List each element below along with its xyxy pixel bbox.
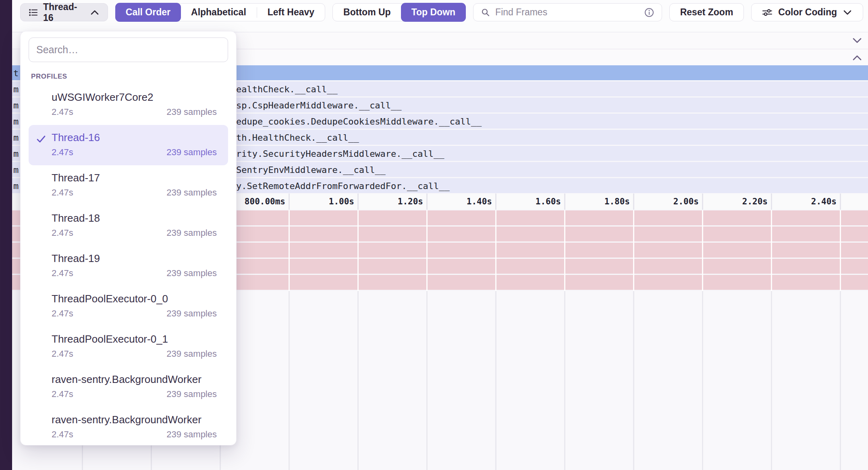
search-icon [481,8,490,17]
frame-text-fragment: m [13,132,19,142]
profile-name: Thread-18 [52,212,217,225]
chevron-down-icon [843,9,852,16]
frame-text: th.HealthCheck.__call__ [236,132,359,142]
profiler-app: Thread-16 Call Order Alphabetical Left H… [0,0,868,470]
toolbar: Thread-16 Call Order Alphabetical Left H… [12,0,868,32]
frame-text-fragment: m [13,181,19,191]
thread-list-icon [29,8,38,17]
frame-text: y.SetRemoteAddrFromForwardedFor.__call__ [236,181,450,191]
profile-item[interactable]: ThreadPoolExecutor-0_1 2.47s 239 samples [29,327,228,367]
left-nav-rail [0,0,12,470]
expand-chevron-down-icon[interactable] [851,37,863,44]
time-tick-label: 2.20s [742,197,768,206]
profile-item[interactable]: raven-sentry.BackgroundWorker 2.47s 239 … [29,367,228,407]
profile-item[interactable]: Thread-18 2.47s 239 samples [29,206,228,246]
thread-selector-label: Thread-16 [43,2,79,23]
profile-samples: 239 samples [166,349,217,359]
profile-item[interactable]: ThreadPoolExecutor-0_0 2.47s 239 samples [29,286,228,327]
frame-text: rity.SecurityHeadersMiddleware.__call__ [236,148,444,158]
profile-duration: 2.47s [52,187,73,198]
time-tick-label: 800.00ms [245,197,285,206]
info-icon[interactable] [644,7,654,18]
profile-name: uWSGIWorker7Core2 [52,91,217,104]
profile-search-input[interactable] [29,37,228,62]
profile-duration: 2.47s [52,429,73,440]
profile-duration: 2.47s [52,107,73,117]
direction-option-bottom-up[interactable]: Bottom Up [333,3,401,21]
find-frames-search [473,3,662,21]
profile-item[interactable]: raven-sentry.BackgroundWorker 2.47s 239 … [29,407,228,447]
frame-text: ealthCheck.__call__ [236,84,338,94]
find-frames-input[interactable] [495,7,639,18]
profile-name: Thread-19 [52,252,217,265]
checkmark-icon [36,134,46,144]
profiles-section-label: PROFILES [31,73,228,81]
color-coding-label: Color Coding [778,7,837,18]
time-tick-label: 1.80s [604,197,630,206]
sliders-icon [762,8,772,17]
order-option-call-order[interactable]: Call Order [115,3,181,22]
time-tick-label: 1.00s [329,197,354,206]
profile-name: Thread-16 [52,131,217,144]
profile-name: raven-sentry.BackgroundWorker [52,373,217,386]
frame-text-fragment: m [13,100,19,110]
time-tick-label: 1.40s [467,197,492,206]
profile-name: ThreadPoolExecutor-0_1 [52,333,217,345]
direction-toggle: Bottom Up Top Down [332,3,466,21]
profile-samples: 239 samples [166,268,217,279]
profile-item[interactable]: Thread-17 2.47s 239 samples [29,165,228,206]
profile-samples: 239 samples [166,308,217,319]
chevron-up-icon [90,9,100,16]
frame-text: edupe_cookies.DedupeCookiesMiddleware.__… [236,116,482,126]
order-option-alphabetical[interactable]: Alphabetical [181,3,257,21]
order-option-left-heavy[interactable]: Left Heavy [257,3,325,21]
thread-dropdown-panel: PROFILES uWSGIWorker7Core2 2.47s 239 sam… [20,31,237,445]
profile-samples: 239 samples [166,389,217,399]
profile-samples: 239 samples [166,147,217,158]
profile-item-selected[interactable]: Thread-16 2.47s 239 samples [29,125,228,165]
time-tick-label: 2.00s [673,197,699,206]
color-coding-button[interactable]: Color Coding [751,3,863,21]
profile-duration: 2.47s [52,268,73,279]
order-toggle: Call Order Alphabetical Left Heavy [115,3,325,21]
frame-text-fragment: m [13,148,19,158]
time-tick-label: 1.60s [536,197,561,206]
profile-samples: 239 samples [166,187,217,198]
thread-selector-button[interactable]: Thread-16 [20,3,108,21]
profile-duration: 2.47s [52,228,73,238]
profile-samples: 239 samples [166,228,217,238]
reset-zoom-button[interactable]: Reset Zoom [669,3,744,21]
profile-item[interactable]: Thread-19 2.47s 239 samples [29,246,228,286]
direction-option-top-down[interactable]: Top Down [401,3,466,22]
profile-duration: 2.47s [52,308,73,319]
frame-text-fragment: m [13,84,19,94]
profile-samples: 239 samples [166,107,217,117]
frame-text: sp.CspHeaderMiddleware.__call__ [236,100,402,110]
time-tick-label: 1.20s [398,197,423,206]
profile-samples: 239 samples [166,429,217,440]
profile-item[interactable]: uWSGIWorker7Core2 2.47s 239 samples [29,85,228,125]
profile-name: ThreadPoolExecutor-0_0 [52,293,217,305]
frame-text-fragment: m [13,164,19,175]
collapse-chevron-up-icon[interactable] [851,54,863,61]
profile-duration: 2.47s [52,389,73,399]
frame-text-fragment: t [13,68,19,78]
profile-duration: 2.47s [52,349,73,359]
reset-zoom-label: Reset Zoom [680,7,733,18]
frame-text-fragment: m [13,116,19,126]
profile-duration: 2.47s [52,147,73,158]
profile-name: Thread-17 [52,172,217,184]
frame-text: SentryEnvMiddleware.__call__ [236,164,386,175]
time-tick-label: 2.40s [811,197,837,206]
profile-name: raven-sentry.BackgroundWorker [52,414,217,426]
